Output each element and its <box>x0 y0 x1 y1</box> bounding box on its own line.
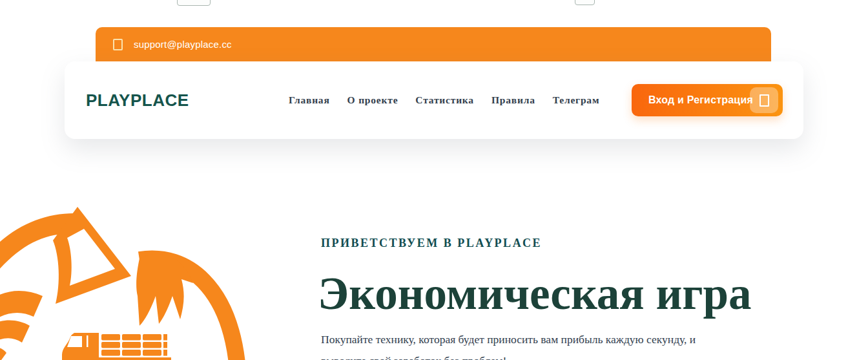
mail-icon <box>113 39 123 50</box>
site-logo[interactable]: PLAYPLACE <box>86 61 189 139</box>
hero-paragraph: Покупайте технику, которая будет приноси… <box>321 329 696 360</box>
hero-paragraph-line2: выводите свой заработок без проблем! <box>321 350 696 360</box>
support-email-link[interactable]: support@playplace.cc <box>134 39 232 50</box>
main-menu: Главная О проекте Статистика Правила Тел… <box>289 61 599 139</box>
nav-item-rules[interactable]: Правила <box>491 94 535 106</box>
nav-item-statistics[interactable]: Статистика <box>415 94 474 106</box>
cutoff-control-left[interactable] <box>177 0 211 6</box>
login-register-button[interactable]: Вход и Регистрация <box>632 84 783 116</box>
hero-kicker: ПРИВЕТСТВУЕМ В PLAYPLACE <box>321 237 542 250</box>
login-icon <box>750 87 778 113</box>
cutoff-control-right[interactable] <box>575 0 595 5</box>
login-register-label: Вход и Регистрация <box>648 94 753 106</box>
page: support@playplace.cc PLAYPLACE Главная О… <box>0 0 868 360</box>
nav-item-about[interactable]: О проекте <box>347 94 398 106</box>
nav-item-home[interactable]: Главная <box>289 94 330 106</box>
hero-paragraph-line1: Покупайте технику, которая будет приноси… <box>321 329 696 350</box>
nav-item-telegram[interactable]: Телеграм <box>553 94 600 106</box>
logo-illustration-arrows-truck <box>0 194 265 360</box>
hero-title: Экономическая игра <box>318 268 752 319</box>
navbar: PLAYPLACE Главная О проекте Статистика П… <box>65 61 803 139</box>
